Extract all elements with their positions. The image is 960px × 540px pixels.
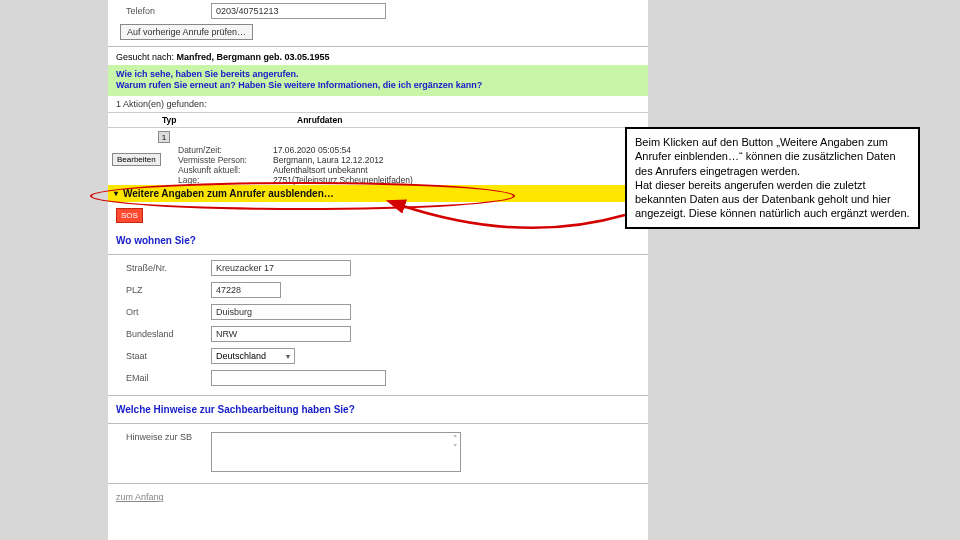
callout-text: Beim Klicken auf den Button „Weitere Ang…	[635, 136, 910, 219]
lage-val: 2751(Teileinsturz Scheunenleitfaden)	[273, 175, 413, 185]
section-wohnen: Wo wohnen Sie?	[108, 229, 648, 252]
prev-calls-button[interactable]: Auf vorherige Anrufe prüfen…	[120, 24, 253, 40]
triangle-down-icon: ▾	[114, 189, 118, 198]
hinweise-label: Hinweise zur SB	[126, 432, 211, 442]
ort-label: Ort	[126, 307, 211, 317]
land-input[interactable]	[211, 326, 351, 342]
strasse-label: Straße/Nr.	[126, 263, 211, 273]
plz-label: PLZ	[126, 285, 211, 295]
ausk-val: Aufenthaltsort unbekannt	[273, 165, 368, 175]
toggle-caller-details-bar[interactable]: ▾ Weitere Angaben zum Anrufer ausblenden…	[108, 185, 648, 202]
staat-value: Deutschland	[216, 351, 266, 361]
scroll-up-icon[interactable]: ˄˅	[453, 435, 458, 453]
section-hinweise: Welche Hinweise zur Sachbearbeitung habe…	[108, 398, 648, 421]
hinweise-textarea[interactable]: ˄˅	[211, 432, 461, 472]
col-typ: Typ	[162, 115, 217, 125]
green-info-band: Wie ich sehe, haben Sie bereits angerufe…	[108, 65, 648, 96]
zum-anfang-link[interactable]: zum Anfang	[116, 492, 164, 502]
row-icon[interactable]: 1	[158, 131, 170, 143]
gesucht-prefix: Gesucht nach:	[116, 52, 174, 62]
telefon-input[interactable]	[211, 3, 386, 19]
app-window: Telefon Auf vorherige Anrufe prüfen… Ges…	[108, 0, 648, 540]
toggle-caller-details-label: Weitere Angaben zum Anrufer ausblenden…	[123, 188, 334, 199]
found-count: 1 Aktion(en) gefunden:	[108, 96, 648, 112]
email-label: EMail	[126, 373, 211, 383]
land-label: Bundesland	[126, 329, 211, 339]
staat-select[interactable]: Deutschland ▾	[211, 348, 295, 364]
ort-input[interactable]	[211, 304, 351, 320]
datum-val: 17.06.2020 05:05:54	[273, 145, 351, 155]
gesucht-value: Manfred, Bergmann geb. 03.05.1955	[177, 52, 330, 62]
telefon-label: Telefon	[126, 6, 211, 16]
col-anrufdaten: Anrufdaten	[297, 115, 342, 125]
strasse-input[interactable]	[211, 260, 351, 276]
callout-box: Beim Klicken auf den Button „Weitere Ang…	[625, 127, 920, 229]
staat-label: Staat	[126, 351, 211, 361]
plz-input[interactable]	[211, 282, 281, 298]
chevron-down-icon: ▾	[286, 352, 290, 361]
ausk-key: Auskunft aktuell:	[178, 165, 273, 175]
verm-key: Vermisste Person:	[178, 155, 273, 165]
green-line-1: Wie ich sehe, haben Sie bereits angerufe…	[116, 69, 640, 80]
lage-key: Lage:	[178, 175, 273, 185]
datum-key: Datum/Zeit:	[178, 145, 273, 155]
bearbeiten-button[interactable]: Bearbeiten	[112, 153, 161, 166]
sos-badge[interactable]: SOS	[116, 208, 143, 223]
email-input[interactable]	[211, 370, 386, 386]
verm-val: Bergmann, Laura 12.12.2012	[273, 155, 384, 165]
green-line-2: Warum rufen Sie erneut an? Haben Sie wei…	[116, 80, 640, 91]
